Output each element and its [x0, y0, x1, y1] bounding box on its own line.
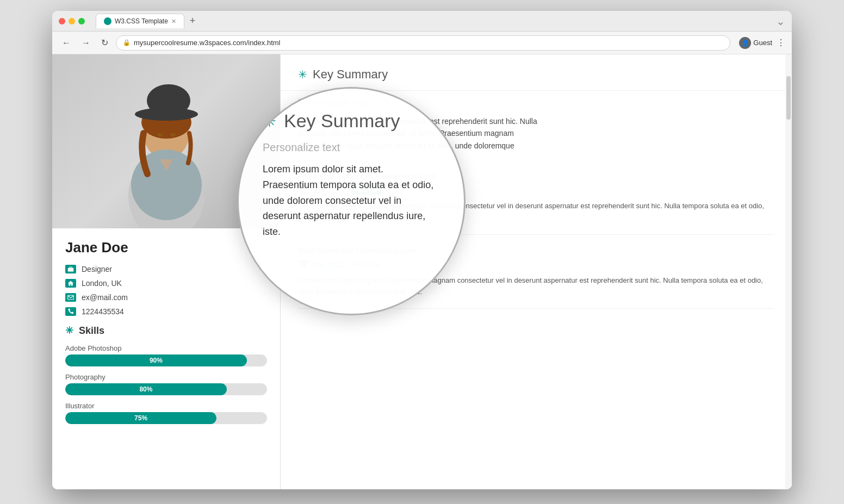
mag-header: ✳ Key Summary [263, 110, 400, 132]
forward-button[interactable]: → [78, 36, 94, 50]
skill-name-photography: Photography [65, 373, 267, 381]
skill-bar-illustrator: 75% [65, 412, 267, 424]
lock-icon: 🔒 [123, 39, 131, 46]
mag-title: Key Summary [284, 110, 400, 132]
new-tab-button[interactable]: + [187, 15, 199, 27]
traffic-lights [59, 18, 85, 24]
skills-section-title: ✳ Skills [65, 325, 267, 337]
page-content: Jane Doe Designer London, UK [52, 54, 792, 489]
skill-label-photography: 80% [139, 385, 152, 393]
svg-point-10 [170, 133, 176, 136]
skill-label-illustrator: 75% [134, 414, 147, 422]
phone-text: 1224435534 [82, 307, 124, 316]
profile-name: Jane Doe [65, 239, 267, 256]
close-button[interactable] [59, 18, 65, 24]
guest-avatar: 👤 [739, 37, 751, 49]
skill-item-photoshop: Adobe Photoshop 90% [65, 344, 267, 366]
scrollbar-track [785, 54, 792, 489]
sidebar: Jane Doe Designer London, UK [52, 54, 281, 489]
location-text: London, UK [82, 279, 122, 288]
back-button[interactable]: ← [59, 36, 74, 50]
tab-favicon [104, 17, 111, 25]
svg-point-9 [157, 133, 163, 136]
title-bar: W3.CSS Template ✕ + ⌄ [52, 11, 792, 32]
job-title-text: Designer [82, 265, 112, 273]
skill-name-photoshop: Adobe Photoshop [65, 344, 267, 352]
guest-label: Guest [753, 39, 772, 47]
skill-fill-photoshop: 90% [65, 354, 247, 366]
refresh-button[interactable]: ↻ [98, 35, 111, 50]
briefcase-icon [65, 265, 76, 273]
key-summary-icon: ✳ [298, 68, 307, 81]
email-icon [65, 293, 76, 302]
guest-badge: 👤 Guest [739, 37, 772, 49]
profile-info: Jane Doe Designer London, UK [52, 228, 280, 441]
active-tab[interactable]: W3.CSS Template ✕ [96, 14, 184, 28]
skill-bar-photography: 80% [65, 383, 267, 395]
skill-label-photoshop: 90% [150, 357, 163, 364]
skill-item-illustrator: Illustrator 75% [65, 402, 267, 424]
mag-personalize-text: Personalize text [263, 141, 340, 154]
job-title-item: Designer [65, 265, 267, 273]
address-bar[interactable]: 🔒 mysupercoolresume.w3spaces.com/index.h… [116, 35, 730, 51]
minimize-button[interactable] [69, 18, 75, 24]
location-item: London, UK [65, 279, 267, 288]
skills-label: Skills [79, 325, 104, 337]
url-text: mysupercoolresume.w3spaces.com/index.htm… [134, 39, 281, 47]
home-icon [65, 279, 76, 288]
phone-item: 1224435534 [65, 307, 267, 316]
window-controls-right: ⌄ [776, 15, 785, 28]
svg-rect-12 [68, 295, 74, 300]
skill-bar-photoshop: 90% [65, 354, 267, 366]
maximize-button[interactable] [78, 18, 85, 24]
nav-right: 👤 Guest ⋮ [739, 37, 785, 49]
svg-rect-11 [68, 268, 74, 272]
svg-point-5 [147, 84, 190, 117]
email-item: ex@mail.com [65, 293, 267, 302]
tab-close-button[interactable]: ✕ [171, 18, 176, 25]
key-summary-title: Key Summary [313, 67, 388, 82]
browser-menu-button[interactable]: ⋮ [777, 38, 785, 48]
skills-icon: ✳ [65, 325, 73, 337]
tab-title: W3.CSS Template [115, 17, 168, 25]
skill-item-photography: Photography 80% [65, 373, 267, 395]
skill-fill-illustrator: 75% [65, 412, 216, 424]
mag-body-text: Lorem ipsum dolor sit amet. Praesentium … [263, 161, 440, 240]
phone-icon [65, 307, 76, 316]
person-illustration [107, 71, 226, 228]
email-text: ex@mail.com [82, 293, 128, 302]
key-summary-header: ✳ Key Summary [281, 54, 792, 91]
magnifier-overlay: ✳ Key Summary Personalize text Lorem ips… [237, 87, 466, 315]
tab-bar: W3.CSS Template ✕ + [96, 14, 772, 28]
skill-name-illustrator: Illustrator [65, 402, 267, 410]
nav-bar: ← → ↻ 🔒 mysupercoolresume.w3spaces.com/i… [52, 32, 792, 54]
scrollbar-thumb[interactable] [786, 76, 791, 120]
browser-window: W3.CSS Template ✕ + ⌄ ← → ↻ 🔒 mysupercoo… [52, 11, 792, 489]
skill-fill-photography: 80% [65, 383, 227, 395]
